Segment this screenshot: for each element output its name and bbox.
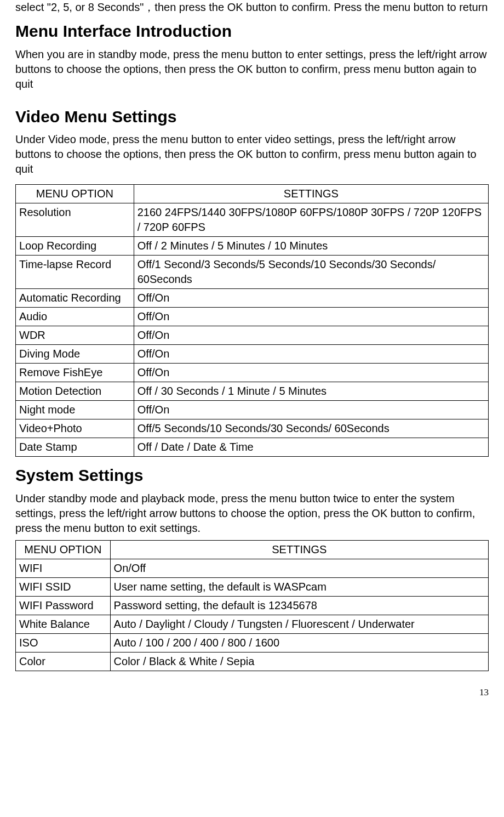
table-cell: Password setting, the default is 1234567… — [110, 596, 488, 615]
table-row: AudioOff/On — [16, 308, 489, 326]
table-cell: Color — [16, 652, 111, 671]
table-cell: Loop Recording — [16, 237, 134, 256]
system-settings-table: MENU OPTION SETTINGS WIFIOn/OffWIFI SSID… — [15, 540, 489, 671]
heading-menu-interface: Menu Interface Introduction — [15, 20, 489, 43]
table-row: WDROff/On — [16, 326, 489, 345]
table-cell: Auto / 100 / 200 / 400 / 800 / 1600 — [110, 633, 488, 652]
table-row: Loop RecordingOff / 2 Minutes / 5 Minute… — [16, 237, 489, 256]
table-cell: Off/On — [134, 308, 488, 326]
table-cell: Automatic Recording — [16, 289, 134, 308]
table-cell: Date Stamp — [16, 438, 134, 457]
table-row: Automatic RecordingOff/On — [16, 289, 489, 308]
intro-text: select "2, 5, or 8 Seconds"，then press t… — [15, 0, 489, 15]
table-cell: WIFI — [16, 559, 111, 577]
table-row: WIFI PasswordPassword setting, the defau… — [16, 596, 489, 615]
table-cell: Night mode — [16, 401, 134, 419]
table-row: WIFIOn/Off — [16, 559, 489, 577]
heading-video-menu: Video Menu Settings — [15, 106, 489, 128]
table-cell: Off/On — [134, 345, 488, 364]
table-cell: Audio — [16, 308, 134, 326]
table-row: Video+PhotoOff/5 Seconds/10 Seconds/30 S… — [16, 419, 489, 438]
table-cell: Off / Date / Date & Time — [134, 438, 488, 457]
table-cell: Off / 2 Minutes / 5 Minutes / 10 Minutes — [134, 237, 488, 256]
page-number: 13 — [15, 686, 489, 699]
body-menu-interface: When you are in standby mode, press the … — [15, 47, 489, 92]
table-cell: Time-lapse Record — [16, 256, 134, 289]
table-cell: Off/1 Second/3 Seconds/5 Seconds/10 Seco… — [134, 256, 488, 289]
table-row: Motion DetectionOff / 30 Seconds / 1 Min… — [16, 382, 489, 401]
table-row: Diving ModeOff/On — [16, 345, 489, 364]
table-cell: ISO — [16, 633, 111, 652]
body-system-settings: Under standby mode and playback mode, pr… — [15, 491, 489, 536]
table-cell: White Balance — [16, 615, 111, 633]
video-settings-table: MENU OPTION SETTINGS Resolution2160 24FP… — [15, 184, 489, 457]
heading-system-settings: System Settings — [15, 464, 489, 487]
table-header: MENU OPTION — [16, 185, 134, 203]
table-cell: Motion Detection — [16, 382, 134, 401]
table-cell: Auto / Daylight / Cloudy / Tungsten / Fl… — [110, 615, 488, 633]
table-row: ISOAuto / 100 / 200 / 400 / 800 / 1600 — [16, 633, 489, 652]
table-cell: WIFI Password — [16, 596, 111, 615]
table-cell: WIFI SSID — [16, 577, 111, 596]
table-cell: On/Off — [110, 559, 488, 577]
table-row: White BalanceAuto / Daylight / Cloudy / … — [16, 615, 489, 633]
table-cell: User name setting, the default is WASPca… — [110, 577, 488, 596]
table-cell: Off/5 Seconds/10 Seconds/30 Seconds/ 60S… — [134, 419, 488, 438]
table-row: Night modeOff/On — [16, 401, 489, 419]
table-cell: Video+Photo — [16, 419, 134, 438]
table-cell: Color / Black & White / Sepia — [110, 652, 488, 671]
table-header-row: MENU OPTION SETTINGS — [16, 185, 489, 203]
table-cell: Remove FishEye — [16, 364, 134, 382]
table-cell: Off/On — [134, 364, 488, 382]
table-row: ColorColor / Black & White / Sepia — [16, 652, 489, 671]
table-header: SETTINGS — [110, 540, 488, 559]
table-cell: Diving Mode — [16, 345, 134, 364]
table-row: WIFI SSIDUser name setting, the default … — [16, 577, 489, 596]
table-row: Date StampOff / Date / Date & Time — [16, 438, 489, 457]
table-row: Remove FishEyeOff/On — [16, 364, 489, 382]
table-cell: 2160 24FPS/1440 30FPS/1080P 60FPS/1080P … — [134, 203, 488, 237]
table-cell: Off/On — [134, 289, 488, 308]
table-header: SETTINGS — [134, 185, 488, 203]
table-row: Time-lapse RecordOff/1 Second/3 Seconds/… — [16, 256, 489, 289]
table-cell: Off/On — [134, 401, 488, 419]
body-video-menu: Under Video mode, press the menu button … — [15, 132, 489, 177]
table-cell: Off/On — [134, 326, 488, 345]
table-header-row: MENU OPTION SETTINGS — [16, 540, 489, 559]
table-row: Resolution2160 24FPS/1440 30FPS/1080P 60… — [16, 203, 489, 237]
table-cell: Resolution — [16, 203, 134, 237]
table-cell: Off / 30 Seconds / 1 Minute / 5 Minutes — [134, 382, 488, 401]
table-cell: WDR — [16, 326, 134, 345]
table-header: MENU OPTION — [16, 540, 111, 559]
